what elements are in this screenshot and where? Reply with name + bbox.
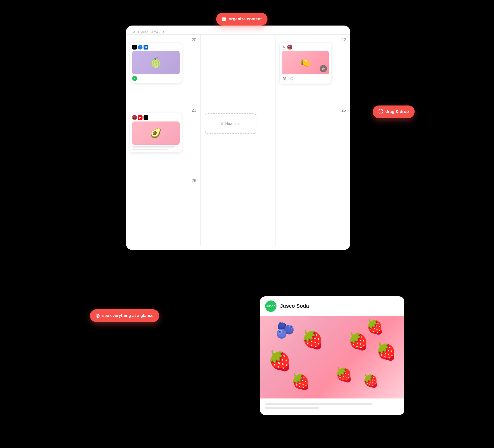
calendar-grid: 20 ✕ f in 🍈 ✓ 22 G [126, 34, 350, 246]
scene: ↗ August · 2024 · ↗ 20 ✕ f in 🍈 ✓ [105, 18, 389, 430]
instagram-icon-2: 📷 [132, 115, 137, 120]
cell-number-25: 25 [341, 108, 346, 113]
new-post-placeholder[interactable]: ⊕ New post [205, 113, 256, 134]
comment-icon: 💬 [282, 76, 287, 82]
eye-icon: ◎ [96, 313, 100, 319]
preview-text-line-1 [265, 403, 372, 405]
new-post-label: New post [225, 121, 240, 126]
calendar-header: ↗ August · 2024 · ↗ [126, 26, 350, 34]
calendar-cell-21 [201, 35, 275, 105]
raspberry-3: 🍓 [376, 342, 397, 361]
text-line-1 [132, 146, 175, 148]
plus-icon: ⊕ [221, 121, 224, 126]
tiktok-icon: ♪ [144, 115, 148, 120]
berry-1: 🫐 [275, 321, 295, 339]
organize-content-pill: ▦ organize content [216, 13, 267, 26]
schedule-overlay-icon: ⊕ [320, 65, 327, 72]
organize-icon: ▦ [222, 16, 226, 22]
calendar-cell-28 [275, 175, 350, 246]
clock-icon: 🕐 [289, 76, 295, 82]
calendar-cell-20[interactable]: 20 ✕ f in 🍈 ✓ [126, 35, 201, 105]
cell-number-22: 22 [341, 38, 346, 42]
youtube-icon: ▶ [138, 115, 143, 120]
calendar-cell-26: 26 [126, 175, 201, 246]
drag-icon: ⛶ [378, 109, 383, 115]
organize-label: organize content [229, 17, 262, 21]
brand-logo-text: Jusco [266, 304, 276, 308]
raspberry-6: 🍓 [363, 373, 379, 388]
calendar-cell-24[interactable]: ⊕ New post [201, 105, 275, 175]
post-bottom-icons: 💬 🕐 [282, 76, 329, 82]
x-icon: ✕ [132, 45, 137, 50]
drag-drop-pill: ⛶ drag & drop [373, 105, 415, 118]
post-icons-row-2: G 📷 [282, 45, 329, 50]
avocado-image: 🥑 [132, 121, 180, 145]
calendar-cell-25: 25 [275, 105, 350, 175]
raspberry-4: 🍓 [268, 349, 292, 372]
post-card-avocado[interactable]: 📷 ▶ ♪ 🥑 [130, 113, 182, 152]
preview-card-footer [260, 398, 404, 415]
post-card-citrus[interactable]: G 📷 🍋 ⊕ 💬 🕐 [280, 43, 331, 84]
text-line-2 [132, 149, 168, 150]
brand-name: Jusco Soda [280, 303, 309, 309]
melon-image: 🍈 [132, 51, 180, 74]
linkedin-icon: in [144, 45, 148, 50]
preview-text-line-2 [265, 407, 319, 409]
calendar-cell-23[interactable]: 23 📷 ▶ ♪ 🥑 [126, 105, 201, 175]
preview-card-header: Jusco Jusco Soda [260, 296, 404, 316]
brand-logo: Jusco [265, 300, 277, 312]
post-icons-row-3: 📷 ▶ ♪ [132, 115, 180, 120]
raspberry-7: 🍓 [348, 331, 369, 351]
post-icons-row: ✕ f in [132, 45, 180, 50]
instagram-icon: 📷 [287, 45, 292, 50]
google-icon: G [282, 45, 286, 50]
breadcrumb-arrow-left: ↗ [132, 30, 135, 34]
preview-card-jusco: Jusco Jusco Soda 🫐 🍓 🍓 🍓 🍓 🍓 🍓 🍓 🍓 [260, 296, 404, 415]
check-icon: ✓ [132, 76, 137, 81]
calendar-cell-27 [201, 175, 275, 246]
cell-number-20: 20 [192, 38, 196, 42]
preview-hero-image: 🫐 🍓 🍓 🍓 🍓 🍓 🍓 🍓 🍓 [260, 316, 404, 398]
drag-label: drag & drop [386, 109, 409, 114]
glance-label: see everything at a glance [102, 313, 154, 318]
raspberry-1: 🍓 [301, 329, 324, 350]
calendar-cell-22[interactable]: 22 G 📷 🍋 ⊕ 💬 🕐 [275, 35, 350, 105]
calendar-card: ↗ August · 2024 · ↗ 20 ✕ f in 🍈 ✓ [126, 26, 350, 250]
cell-number-26: 26 [192, 178, 196, 183]
cell-number-23: 23 [192, 108, 196, 113]
breadcrumb-arrow-right: ↗ [162, 30, 165, 34]
post-card-melon[interactable]: ✕ f in 🍈 ✓ [130, 43, 182, 83]
citrus-image: 🍋 ⊕ [282, 51, 329, 74]
raspberry-8: 🍓 [335, 366, 353, 383]
facebook-icon: f [138, 45, 143, 50]
raspberry-5: 🍓 [291, 372, 310, 391]
glance-pill: ◎ see everything at a glance [90, 309, 159, 322]
breadcrumb-text: August · 2024 · [137, 30, 160, 34]
